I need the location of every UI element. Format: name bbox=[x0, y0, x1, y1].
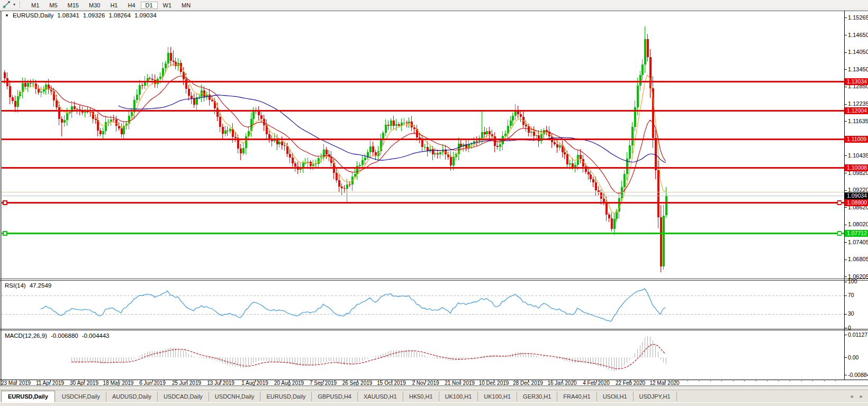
tab-ger30-h1[interactable]: GER30,H1 bbox=[517, 392, 557, 401]
chart-title: ▼ EURUSD,Daily 1.08341 1.09326 1.08264 1… bbox=[5, 12, 157, 19]
price-tick-label: 1.14050 bbox=[848, 49, 868, 55]
price-tick-label: 1.11635 bbox=[848, 118, 868, 124]
chevron-down-icon[interactable]: ▾ bbox=[11, 2, 17, 7]
macd-indicator-label: MACD(12,26,9) -0.006880 -0.004443 bbox=[5, 333, 109, 339]
price-tick-label: 1.14650 bbox=[848, 32, 868, 38]
tab-usdcnh-daily[interactable]: USDCNH,Daily bbox=[209, 392, 261, 401]
macd-tick-label: -0.008845 bbox=[848, 372, 868, 378]
date-tick-label: 25 Jun 2019 bbox=[172, 380, 201, 386]
tab-usdcad-daily[interactable]: USDCAD,Daily bbox=[158, 392, 209, 401]
tab-usdchf-daily[interactable]: USDCHF,Daily bbox=[56, 392, 106, 401]
timeframe-m30-button[interactable]: M30 bbox=[84, 2, 105, 9]
timeframe-w1-button[interactable]: W1 bbox=[158, 2, 177, 9]
date-tick-label: 20 Aug 2019 bbox=[274, 380, 304, 386]
date-tick-label: 30 Apr 2019 bbox=[70, 380, 98, 386]
timeframe-m1-button[interactable]: M1 bbox=[26, 2, 44, 9]
price-badge-label: 1.07712 bbox=[847, 230, 867, 236]
tab-fra40-h1[interactable]: FRA40,H1 bbox=[557, 392, 596, 401]
bar-high-value: 1.09326 bbox=[83, 12, 105, 19]
date-tick-label: 22 Feb 2020 bbox=[616, 380, 646, 386]
price-badge-label: 1.12004 bbox=[847, 107, 867, 114]
price-badge-label: 1.08800 bbox=[847, 199, 867, 206]
tab-audusd-daily[interactable]: AUDUSD,Daily bbox=[106, 392, 158, 401]
date-tick-label: 15 Oct 2019 bbox=[377, 380, 406, 386]
rsi-name: RSI(14) bbox=[5, 282, 26, 289]
timeframe-m15-button[interactable]: M15 bbox=[63, 2, 84, 9]
chart-symbol-label: EURUSD,Daily bbox=[13, 12, 53, 19]
tab-usoil-h1[interactable]: USOil,H1 bbox=[597, 392, 634, 401]
top-toolbar: ▾ M1M5M15M30H1H4D1W1MN bbox=[0, 0, 868, 10]
price-badge-label: 1.09034 bbox=[847, 192, 867, 199]
tab-eurusd-daily[interactable]: EURUSD,Daily bbox=[1, 391, 55, 402]
date-tick-label: 2 Nov 2019 bbox=[412, 380, 439, 386]
macd-name: MACD(12,26,9) bbox=[5, 333, 47, 339]
price-tick-label: 1.13450 bbox=[848, 66, 868, 72]
line-handle[interactable] bbox=[3, 232, 7, 235]
timeframe-d1-button[interactable]: D1 bbox=[141, 2, 158, 9]
tab-eurusd-daily[interactable]: EURUSD,Daily bbox=[260, 392, 312, 401]
tab-scroll-arrows: ◄ ► bbox=[849, 394, 868, 399]
tab-scroll-left-icon[interactable]: ◄ bbox=[849, 394, 854, 399]
date-tick-label: 7 Sep 2019 bbox=[310, 380, 337, 386]
date-tick-label: 26 Sep 2019 bbox=[342, 380, 373, 386]
date-tick-label: 6 Jun 2019 bbox=[139, 380, 166, 386]
price-badge-label: 1.10008 bbox=[847, 164, 867, 171]
date-tick-label: 18 May 2019 bbox=[103, 380, 134, 386]
rsi-indicator-label: RSI(14) 47.2549 bbox=[5, 282, 51, 289]
panel-borders bbox=[0, 11, 868, 386]
date-tick-label: 13 Jul 2019 bbox=[207, 380, 234, 386]
chart-tabs: EURUSD,DailyUSDCHF,DailyAUDUSD,DailyUSDC… bbox=[1, 391, 677, 402]
chart-tab-bar: EURUSD,DailyUSDCHF,DailyAUDUSD,DailyUSDC… bbox=[0, 390, 868, 402]
macd-tick-label: 0.011277 bbox=[848, 331, 868, 338]
bar-close-value: 1.09034 bbox=[134, 12, 157, 19]
line-handle[interactable] bbox=[838, 232, 842, 235]
rsi-line bbox=[41, 289, 666, 321]
timeframe-mn-button[interactable]: MN bbox=[177, 2, 195, 9]
timeframe-h4-button[interactable]: H4 bbox=[123, 2, 140, 9]
timeframe-m5-button[interactable]: M5 bbox=[44, 2, 62, 9]
bar-open-value: 1.08341 bbox=[57, 12, 79, 19]
tab-xauusd-h1[interactable]: XAUUSD,H1 bbox=[358, 392, 403, 401]
chart-canvas[interactable]: 1.152651.146501.140501.134501.128501.122… bbox=[0, 10, 868, 386]
candlesticks bbox=[4, 26, 667, 272]
rsi-value: 47.2549 bbox=[30, 282, 52, 289]
date-tick-label: 1 Aug 2019 bbox=[241, 380, 268, 386]
price-tick-label: 1.07405 bbox=[848, 239, 868, 245]
timeframe-h1-button[interactable]: H1 bbox=[105, 2, 122, 9]
date-tick-label: 4 Feb 2020 bbox=[583, 380, 610, 386]
status-bar bbox=[0, 402, 868, 406]
collapse-icon[interactable]: ▼ bbox=[5, 12, 9, 19]
macd-histogram bbox=[72, 336, 666, 371]
tab-hk50-h1[interactable]: HK50,H1 bbox=[403, 392, 439, 401]
macd-tick-label: 0.00 bbox=[848, 354, 859, 361]
timeframe-button-group: M1M5M15M30H1H4D1W1MN bbox=[26, 0, 196, 10]
price-tick-label: 1.12235 bbox=[848, 100, 868, 107]
date-tick-label: 28 Dec 2019 bbox=[513, 380, 543, 386]
line-handle[interactable] bbox=[838, 201, 842, 205]
toolbar-grip bbox=[20, 2, 23, 8]
price-tick-label: 1.08020 bbox=[848, 221, 868, 227]
line-handle[interactable] bbox=[3, 201, 7, 205]
macd-signal-value: -0.004443 bbox=[82, 333, 110, 339]
macd-signal-line bbox=[71, 344, 665, 368]
tab-uk100-h1[interactable]: UK100,H1 bbox=[439, 392, 478, 401]
slow-ma-line bbox=[119, 95, 666, 163]
chart-window[interactable]: 1.152651.146501.140501.134501.128501.122… bbox=[0, 10, 868, 386]
date-axis[interactable]: 23 Mar 201911 Apr 201930 Apr 201918 May … bbox=[1, 380, 836, 386]
date-tick-label: 10 Dec 2019 bbox=[479, 380, 509, 386]
rsi-tick-label: 0 bbox=[848, 325, 851, 331]
price-tick-label: 1.10435 bbox=[848, 152, 868, 159]
tab-usdjpy-h1[interactable]: USDJPY,H1 bbox=[634, 392, 677, 401]
price-badge-label: 1.11009 bbox=[847, 136, 866, 142]
tab-uk100-h1[interactable]: UK100,H1 bbox=[478, 392, 517, 401]
rsi-tick-label: 70 bbox=[848, 292, 854, 298]
line-studies-icon[interactable] bbox=[2, 1, 11, 8]
rsi-tick-label: 30 bbox=[848, 310, 854, 317]
bar-low-value: 1.08264 bbox=[108, 12, 131, 19]
tab-scroll-right-icon[interactable]: ► bbox=[859, 394, 864, 399]
tab-gbpusd-h4[interactable]: GBPUSD,H4 bbox=[312, 392, 358, 401]
macd-main-value: -0.006880 bbox=[51, 333, 78, 339]
horizontal-level-lines bbox=[2, 82, 845, 236]
date-tick-label: 12 Mar 2020 bbox=[649, 380, 680, 386]
date-tick-label: 11 Apr 2019 bbox=[36, 380, 65, 386]
